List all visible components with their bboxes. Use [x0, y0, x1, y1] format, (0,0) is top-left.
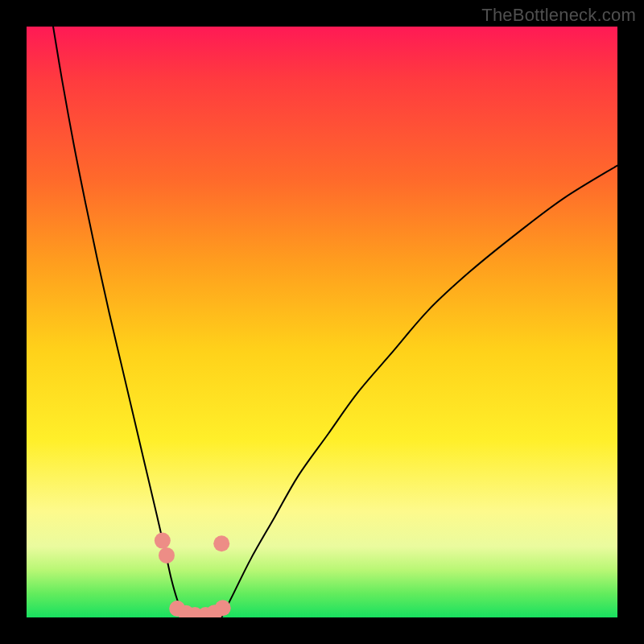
chart-frame: TheBottleneck.com — [0, 0, 644, 644]
chart-marker — [159, 547, 175, 564]
chart-marker — [155, 533, 171, 549]
watermark-text: TheBottleneck.com — [481, 5, 636, 26]
chart-curve-right-curve — [221, 165, 617, 617]
chart-curves — [53, 27, 617, 617]
chart-markers — [155, 533, 231, 617]
chart-marker — [213, 535, 229, 551]
chart-plot-area — [27, 27, 617, 617]
chart-marker — [215, 600, 231, 616]
chart-curve-left-curve — [53, 27, 184, 617]
chart-overlay — [27, 27, 617, 617]
